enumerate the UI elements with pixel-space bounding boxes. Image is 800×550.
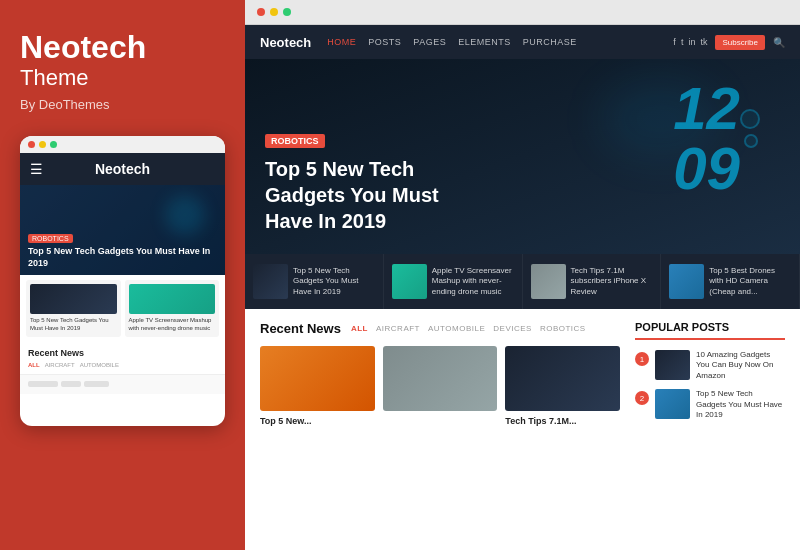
recent-tab-automobile[interactable]: AUTOMOBILE xyxy=(428,324,485,333)
recent-tab-devices[interactable]: DEVICES xyxy=(493,324,532,333)
popular-text-1: 10 Amazing Gadgets You Can Buy Now On Am… xyxy=(696,350,785,381)
thumb-item-3[interactable]: Tech Tips 7.1M subscribers iPhone X Revi… xyxy=(523,254,662,309)
browser-chrome xyxy=(245,0,800,25)
recent-section: Recent News ALL AIRCRAFT AUTOMOBILE DEVI… xyxy=(245,309,800,550)
recent-header: Recent News ALL AIRCRAFT AUTOMOBILE DEVI… xyxy=(260,321,620,336)
mobile-recent-title: Recent News xyxy=(28,348,217,358)
mobile-recent-tabs: ALL AIRCRAFT AUTOMOBILE xyxy=(28,362,217,368)
hero-section: 1209 ROBOTICS Top 5 New Tech Gadgets You… xyxy=(245,59,800,254)
mobile-top-bar xyxy=(20,136,225,153)
social-icons: f t in tk xyxy=(673,37,707,47)
recent-tabs: ALL AIRCRAFT AUTOMOBILE DEVICES ROBOTICS xyxy=(351,324,586,333)
mobile-hero-content: ROBOTICS Top 5 New Tech Gadgets You Must… xyxy=(28,227,217,269)
recent-left: Recent News ALL AIRCRAFT AUTOMOBILE DEVI… xyxy=(260,321,620,538)
popular-posts: POPULAR POSTS 1 10 Amazing Gadgets You C… xyxy=(635,321,785,538)
instagram-icon[interactable]: in xyxy=(688,37,695,47)
mini-line-3 xyxy=(84,381,109,387)
mobile-recent-section: Recent News ALL AIRCRAFT AUTOMOBILE xyxy=(20,342,225,374)
hero-number: 1209 xyxy=(673,79,740,199)
nav-link-home[interactable]: HOME xyxy=(327,37,356,47)
news-card-img-2 xyxy=(383,346,498,411)
recent-tab-robotics[interactable]: ROBOTICS xyxy=(540,324,586,333)
right-panel: Neotech HOME POSTS PAGES ELEMENTS PURCHA… xyxy=(245,0,800,550)
hero-content: ROBOTICS Top 5 New Tech Gadgets You Must… xyxy=(245,130,485,254)
hero-category-badge: ROBOTICS xyxy=(265,134,325,148)
thumb-item-2[interactable]: Apple TV Screensaver Mashup with never-e… xyxy=(384,254,523,309)
news-cards: Top 5 New... Tech Tips 7.1M... xyxy=(260,346,620,428)
thumb-img-2 xyxy=(392,264,427,299)
thumb-text-4: Top 5 Best Drones with HD Camera (Cheap … xyxy=(709,266,791,297)
hero-decorations xyxy=(740,109,760,148)
popular-thumb-1 xyxy=(655,350,690,380)
thumb-text-3: Tech Tips 7.1M subscribers iPhone X Revi… xyxy=(571,266,653,297)
thumb-img-1 xyxy=(253,264,288,299)
mobile-dot-yellow xyxy=(39,141,46,148)
mini-line-2 xyxy=(61,381,81,387)
search-icon[interactable]: 🔍 xyxy=(773,37,785,48)
news-card-title-3: Tech Tips 7.1M... xyxy=(505,416,620,428)
site-nav-right: f t in tk Subscribe 🔍 xyxy=(673,35,785,50)
nav-link-pages[interactable]: PAGES xyxy=(413,37,446,47)
site-nav: Neotech HOME POSTS PAGES ELEMENTS PURCHA… xyxy=(245,25,800,59)
deco-dot-2 xyxy=(744,134,758,148)
mobile-article-thumb-1 xyxy=(30,284,117,314)
browser-dot-red xyxy=(257,8,265,16)
popular-item-1[interactable]: 1 10 Amazing Gadgets You Can Buy Now On … xyxy=(635,350,785,381)
thumbs-row: Top 5 New Tech Gadgets You Must Have In … xyxy=(245,254,800,309)
browser-content: Neotech HOME POSTS PAGES ELEMENTS PURCHA… xyxy=(245,25,800,550)
site-nav-links: HOME POSTS PAGES ELEMENTS PURCHASE xyxy=(327,37,673,47)
site-logo: Neotech xyxy=(260,35,311,50)
thumb-img-3 xyxy=(531,264,566,299)
brand-sub: Theme xyxy=(20,65,225,91)
mobile-hero-title: Top 5 New Tech Gadgets You Must Have In … xyxy=(28,246,217,269)
nav-link-purchase[interactable]: PURCHASE xyxy=(523,37,577,47)
mobile-article-card-1[interactable]: Top 5 New Tech Gadgets You Must Have In … xyxy=(26,280,121,337)
news-card-3[interactable]: Tech Tips 7.1M... xyxy=(505,346,620,428)
hamburger-icon[interactable]: ☰ xyxy=(30,161,43,177)
tiktok-icon[interactable]: tk xyxy=(700,37,707,47)
thumb-item-4[interactable]: Top 5 Best Drones with HD Camera (Cheap … xyxy=(661,254,800,309)
recent-tab-all[interactable]: ALL xyxy=(351,324,368,333)
nav-link-elements[interactable]: ELEMENTS xyxy=(458,37,511,47)
mobile-article-thumb-2 xyxy=(129,284,216,314)
facebook-icon[interactable]: f xyxy=(673,37,676,47)
twitter-icon[interactable]: t xyxy=(681,37,684,47)
brand-name: Neotech xyxy=(20,30,225,65)
thumb-text-2: Apple TV Screensaver Mashup with never-e… xyxy=(432,266,514,297)
mobile-mockup: ☰ Neotech ROBOTICS Top 5 New Tech Gadget… xyxy=(20,136,225,426)
nav-link-posts[interactable]: POSTS xyxy=(368,37,401,47)
left-panel: Neotech Theme By DeoThemes ☰ Neotech ROB… xyxy=(0,0,245,550)
deco-dot-1 xyxy=(740,109,760,129)
popular-posts-title: POPULAR POSTS xyxy=(635,321,785,340)
news-card-img-3 xyxy=(505,346,620,411)
browser-dot-green xyxy=(283,8,291,16)
mobile-dot-red xyxy=(28,141,35,148)
mobile-tab-aircraft[interactable]: AIRCRAFT xyxy=(45,362,75,368)
popular-num-1: 1 xyxy=(635,352,649,366)
mobile-article-card-2[interactable]: Apple TV Screensaver Mashup with never-e… xyxy=(125,280,220,337)
news-card-img-1 xyxy=(260,346,375,411)
popular-item-2[interactable]: 2 Top 5 New Tech Gadgets You Must Have I… xyxy=(635,389,785,420)
subscribe-button[interactable]: Subscribe xyxy=(715,35,765,50)
popular-thumb-2 xyxy=(655,389,690,419)
by-author: By DeoThemes xyxy=(20,97,225,112)
thumb-item-1[interactable]: Top 5 New Tech Gadgets You Must Have In … xyxy=(245,254,384,309)
browser-dot-yellow xyxy=(270,8,278,16)
news-card-title-1: Top 5 New... xyxy=(260,416,375,428)
mobile-articles: Top 5 New Tech Gadgets You Must Have In … xyxy=(20,275,225,342)
mini-line-1 xyxy=(28,381,58,387)
mobile-bottom-placeholder xyxy=(20,374,225,394)
news-card-2[interactable] xyxy=(383,346,498,428)
mobile-article-text-2: Apple TV Screensaver Mashup with never-e… xyxy=(129,317,216,333)
news-card-1[interactable]: Top 5 New... xyxy=(260,346,375,428)
thumb-img-4 xyxy=(669,264,704,299)
popular-num-2: 2 xyxy=(635,391,649,405)
mobile-tab-automobile[interactable]: AUTOMOBILE xyxy=(80,362,119,368)
mobile-robotics-badge: ROBOTICS xyxy=(28,234,73,243)
mobile-hero: ROBOTICS Top 5 New Tech Gadgets You Must… xyxy=(20,185,225,275)
recent-tab-aircraft[interactable]: AIRCRAFT xyxy=(376,324,420,333)
thumb-text-1: Top 5 New Tech Gadgets You Must Have In … xyxy=(293,266,375,297)
mobile-dot-green xyxy=(50,141,57,148)
mobile-article-text-1: Top 5 New Tech Gadgets You Must Have In … xyxy=(30,317,117,333)
mobile-tab-all[interactable]: ALL xyxy=(28,362,40,368)
